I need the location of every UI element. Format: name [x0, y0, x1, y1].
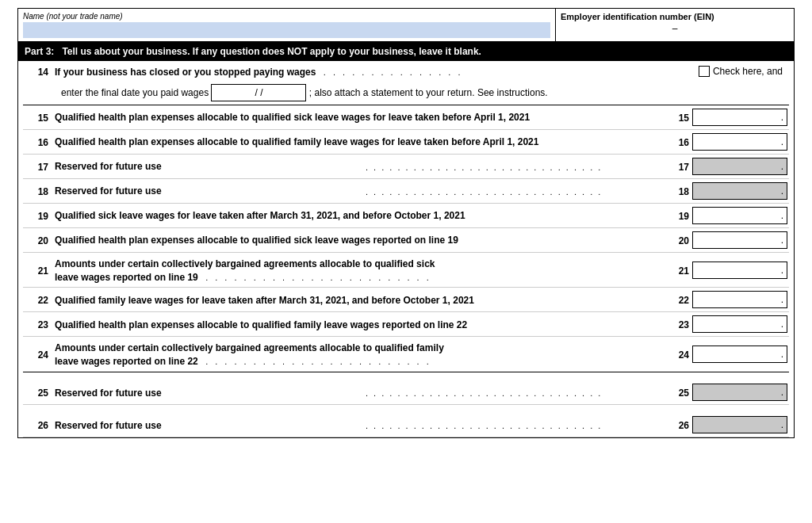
part3-header: Part 3: Tell us about your business. If …: [18, 42, 794, 61]
row-15-input[interactable]: .: [692, 109, 787, 126]
row-16-input[interactable]: .: [692, 133, 787, 151]
row-26-dots: . . . . . . . . . . . . . . . . . . . . …: [362, 419, 670, 430]
name-input[interactable]: [23, 22, 550, 38]
row-24: 24 Amounts under certain collectively ba…: [23, 337, 789, 372]
row-17-dots: . . . . . . . . . . . . . . . . . . . . …: [362, 161, 670, 172]
row-14-checkbox-area: Check here, and: [699, 66, 789, 77]
row-20-num-right: 20: [670, 234, 692, 246]
row-18-dot: .: [781, 185, 783, 197]
row-14-top: 14 If your business has closed or you st…: [23, 64, 789, 79]
row-23-num: 23: [23, 318, 55, 330]
row-17-num: 17: [23, 160, 55, 173]
row-15-dot: .: [781, 112, 783, 123]
row-24-num: 24: [23, 348, 55, 361]
row-17-text: Reserved for future use: [55, 161, 162, 172]
row-19-dot: .: [781, 210, 783, 221]
row-15: 15 Qualified health plan expenses alloca…: [23, 105, 789, 130]
row-22-text: Qualified family leave wages for leave t…: [55, 295, 474, 306]
row-17-input[interactable]: .: [692, 158, 787, 175]
row-14-text: If your business has closed or you stopp…: [55, 67, 316, 78]
ein-field: Employer identification number (EIN) –: [556, 9, 794, 41]
row-17-desc: Reserved for future use: [55, 158, 362, 174]
row-19-desc: Qualified sick leave wages for leave tak…: [55, 208, 670, 223]
spacer-26: [23, 405, 789, 413]
row-20-dot: .: [781, 235, 783, 246]
row-23: 23 Qualified health plan expenses alloca…: [23, 312, 789, 337]
row-25-dot: .: [781, 387, 783, 398]
row-22-input[interactable]: .: [692, 291, 787, 308]
row-24-desc: Amounts under certain collectively barga…: [55, 340, 670, 368]
row-21-dots: . . . . . . . . . . . . . . . . . . . . …: [201, 273, 431, 282]
row-14-sub-suffix: ; also attach a statement to your return…: [309, 87, 548, 98]
row-23-num-right: 23: [670, 318, 692, 330]
ein-label: Employer identification number (EIN): [561, 12, 789, 21]
row-25-input[interactable]: .: [692, 384, 787, 401]
row-21-dot: .: [781, 265, 783, 276]
row-26-desc: Reserved for future use: [55, 418, 362, 433]
row-23-desc: Qualified health plan expenses allocable…: [55, 317, 670, 332]
row-20-input[interactable]: .: [692, 231, 787, 249]
row-18-desc: Reserved for future use: [55, 183, 362, 198]
row-24-num-right: 24: [670, 348, 692, 361]
row-19-input[interactable]: .: [692, 207, 787, 224]
row-24-input[interactable]: .: [692, 345, 787, 363]
row-14-checkbox-label: Check here, and: [713, 66, 783, 77]
row-22-dot: .: [781, 294, 783, 305]
row-16: 16 Qualified health plan expenses alloca…: [23, 130, 789, 155]
row-14: 14 If your business has closed or you st…: [23, 61, 789, 105]
row-16-num: 16: [23, 136, 55, 148]
row-21: 21 Amounts under certain collectively ba…: [23, 253, 789, 288]
row-25: 25 Reserved for future use . . . . . . .…: [23, 380, 789, 405]
part3-title: Tell us about your business. If any ques…: [62, 46, 481, 57]
row-19-text: Qualified sick leave wages for leave tak…: [55, 210, 465, 221]
row-15-num-right: 15: [670, 111, 692, 124]
row-14-sub-label: enter the final date you paid wages: [61, 87, 209, 98]
row-21-input[interactable]: .: [692, 262, 787, 279]
row-23-input[interactable]: .: [692, 315, 787, 333]
header-row: Name (not your trade name) Employer iden…: [18, 9, 794, 42]
row-26-num-right: 26: [670, 418, 692, 431]
row-25-text: Reserved for future use: [55, 387, 162, 399]
ein-value: –: [561, 23, 789, 34]
row-17-num-right: 17: [670, 160, 692, 173]
row-14-num: 14: [23, 65, 55, 78]
spacer-25: [23, 372, 789, 380]
row-18-num-right: 18: [670, 185, 692, 197]
row-14-date-input[interactable]: / /: [211, 84, 306, 101]
row-25-desc: Reserved for future use: [55, 385, 362, 400]
row-20-text: Qualified health plan expenses allocable…: [55, 235, 458, 246]
row-20: 20 Qualified health plan expenses alloca…: [23, 228, 789, 253]
row-17-dot: .: [781, 161, 783, 172]
row-16-dot: .: [781, 136, 783, 147]
row-17: 17 Reserved for future use . . . . . . .…: [23, 155, 789, 179]
row-18-input[interactable]: .: [692, 182, 787, 200]
row-21-desc: Amounts under certain collectively barga…: [55, 256, 670, 284]
row-26: 26 Reserved for future use . . . . . . .…: [23, 413, 789, 437]
row-14-checkbox[interactable]: [699, 66, 710, 77]
row-18-text: Reserved for future use: [55, 185, 162, 197]
row-20-num: 20: [23, 234, 55, 246]
form-container: Name (not your trade name) Employer iden…: [17, 8, 795, 438]
row-15-text: Qualified health plan expenses allocable…: [55, 112, 530, 123]
row-24-dots: . . . . . . . . . . . . . . . . . . . . …: [201, 357, 431, 366]
row-19-num-right: 19: [670, 209, 692, 222]
row-21-num: 21: [23, 264, 55, 277]
row-15-num: 15: [23, 111, 55, 124]
row-23-text: Qualified health plan expenses allocable…: [55, 319, 467, 330]
row-26-dot: .: [781, 419, 783, 430]
row-14-bottom: enter the final date you paid wages / / …: [23, 84, 789, 101]
row-25-dots: . . . . . . . . . . . . . . . . . . . . …: [362, 387, 670, 398]
row-22-num-right: 22: [670, 293, 692, 306]
row-19: 19 Qualified sick leave wages for leave …: [23, 204, 789, 228]
row-16-num-right: 16: [670, 136, 692, 148]
row-14-date-placeholder: / /: [255, 87, 262, 98]
row-16-text: Qualified health plan expenses allocable…: [55, 136, 538, 147]
row-20-desc: Qualified health plan expenses allocable…: [55, 232, 670, 247]
row-25-num: 25: [23, 386, 55, 399]
row-26-input[interactable]: .: [692, 416, 787, 433]
row-14-desc: If your business has closed or you stopp…: [55, 64, 699, 79]
row-22-num: 22: [23, 293, 55, 306]
row-18-num: 18: [23, 185, 55, 197]
name-field: Name (not your trade name): [18, 9, 556, 41]
row-18: 18 Reserved for future use . . . . . . .…: [23, 179, 789, 204]
